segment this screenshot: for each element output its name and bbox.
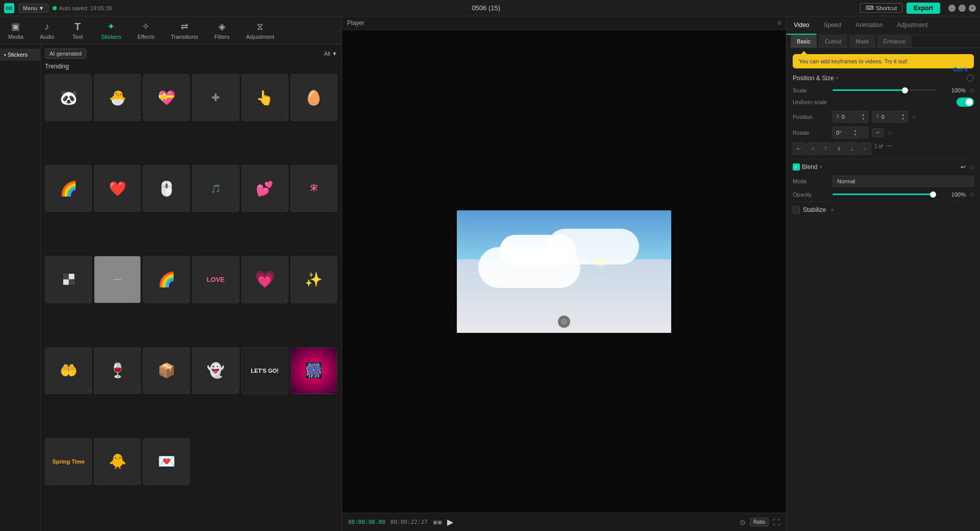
sticker-chick[interactable]: 🐣↓ [94,74,141,121]
opacity-keyframe-icon[interactable]: ◇ [970,191,974,198]
sticker-sidebar: • Stickers [0,44,41,531]
sticker-chick2[interactable]: 🐥↓ [94,438,141,485]
play-button[interactable]: ▶ [447,517,453,527]
pos-y-down[interactable]: ▼ [901,117,905,120]
sticker-hearts[interactable]: 💝↓ [143,74,190,121]
shortcut-button[interactable]: ⌨ Shortcut [860,3,902,13]
scale-keyframe-icon[interactable]: ◇ [970,87,974,93]
align-bottom-button[interactable]: ↕ [859,142,871,155]
blend-checkbox[interactable]: ✓ [793,163,800,171]
sticker-hearts2[interactable]: 💕↓ [241,165,288,212]
window-controls: ─ □ ✕ [948,5,976,12]
sticker-plus[interactable]: ✚↓ [192,74,239,121]
rotate-down[interactable]: ▼ [853,133,857,136]
tab-speed[interactable]: Speed [816,16,848,35]
align-left-button[interactable]: ⊢ [793,142,805,155]
pos-x-down[interactable]: ▼ [862,117,865,120]
tool-stickers[interactable]: ✦ Stickers [93,18,129,42]
stickers-label: Stickers [101,34,121,40]
got-it-button[interactable]: Got it [953,66,968,73]
filter-button[interactable]: All ▼ [324,51,337,57]
sticker-rainbow-heart[interactable]: 🌈↓ [45,165,92,212]
tab-video[interactable]: Video [787,16,816,35]
stabilize-checkbox[interactable] [793,206,800,213]
ai-generated-button[interactable]: AI generated [45,49,86,59]
sticker-letsgo[interactable]: LET'S GO! [241,347,288,394]
sticker-pattern[interactable]: ⬛⬜⬜⬛↓ [45,256,92,303]
adjustment-icon: ⧖ [257,20,263,33]
sticker-fireworks[interactable]: 🎆↓ [290,347,337,394]
sticker-package[interactable]: 📦↓ [143,347,190,394]
sticker-pink-heart[interactable]: 💗↓ [241,256,288,303]
tool-media[interactable]: ▣ Media [0,18,32,42]
sticker-sparkles[interactable]: ✨↓ [290,256,337,303]
pos-x-up[interactable]: ▲ [862,113,865,116]
align-top-button[interactable]: Ⅱ [832,142,845,155]
position-x-field[interactable]: X ▲ ▼ [832,111,868,123]
sidebar-item-stickers[interactable]: • Stickers [0,49,40,61]
position-x-input[interactable] [842,114,860,120]
scale-slider[interactable] [832,89,936,91]
sticker-heart-hands[interactable]: 🤲↓ [45,347,92,394]
subtab-mask[interactable]: Mask [849,35,875,47]
blend-undo-icon[interactable]: ↩ [961,163,966,171]
sticker-rainbow2[interactable]: 🌈↓ [143,256,190,303]
video-settings-icon[interactable]: ⚙ [558,316,570,328]
tool-transitions[interactable]: ⇌ Transitions [163,18,206,42]
sticker-love-text[interactable]: LOVE↓ [192,256,239,303]
tab-animation[interactable]: Animation [848,16,890,35]
tool-text[interactable]: T Text [62,18,93,42]
sticker-red-hearts[interactable]: ❤️↓ [94,165,141,212]
subtab-enhance[interactable]: Enhance [877,35,912,47]
position-y-input[interactable] [881,114,899,120]
sticker-ribbon[interactable]: ──↓ [94,256,141,303]
transitions-label: Transitions [171,34,198,40]
position-y-field[interactable]: Y ▲ ▼ [872,111,908,123]
fullscreen-icon[interactable]: ⛶ [773,518,780,526]
keyframe-add-icon[interactable] [967,75,974,82]
tool-adjustment[interactable]: ⧖ Adjustment [238,18,282,42]
sticker-music-wave[interactable]: 🎵↓ [192,165,239,212]
rotate-up[interactable]: ▲ [853,129,857,132]
rotate-input[interactable] [836,130,851,136]
rotate-field[interactable]: ▲ ▼ [832,127,868,138]
blend-keyframe-icon[interactable]: ◇ [970,164,974,171]
maximize-button[interactable]: □ [959,5,966,12]
menu-button[interactable]: Menu ▼ [18,4,48,13]
close-button[interactable]: ✕ [969,5,976,12]
rotate-keyframe-icon[interactable]: ◇ [888,129,892,136]
align-right-button[interactable]: ⊤ [819,142,831,155]
player-menu-icon[interactable]: ≡ [777,19,781,27]
blend-mode-select[interactable]: Normal [832,176,974,187]
sticker-egg[interactable]: 🥚↓ [290,74,337,121]
subtab-cutout[interactable]: Cutout [819,35,847,47]
tab-adjustment[interactable]: Adjustment [890,16,935,35]
subtab-basic[interactable]: Basic [791,35,817,47]
position-keyframe-icon[interactable]: ◇ [912,113,916,120]
export-button[interactable]: Export [906,3,940,14]
sticker-springtime[interactable]: Spring Time [45,438,92,485]
rotate-reset-button[interactable]: ↩ [872,128,884,137]
opacity-slider[interactable] [832,194,936,195]
tool-filters[interactable]: ◈ Filters [206,18,238,42]
player-label: Player [347,19,364,27]
minimize-button[interactable]: ─ [948,5,955,12]
sticker-love-letter[interactable]: 💌↓ [143,438,190,485]
tool-audio[interactable]: ♪ Audio [32,18,62,42]
sticker-songkran[interactable]: 宋 [290,165,337,212]
sticker-cursor[interactable]: 🖱️↓ [143,165,190,212]
sticker-hand[interactable]: 👆↓ [241,74,288,121]
toolbar: ▣ Media ♪ Audio T Text ✦ Stickers ✧ Effe… [0,16,341,44]
sticker-panel: • Stickers AI generated All ▼ Trending 🐼… [0,44,341,531]
align-info: 1 of [872,142,885,155]
sticker-wine[interactable]: 🍷↓ [94,347,141,394]
ratio-button[interactable]: Ratio [750,518,769,526]
fit-screen-icon[interactable]: ⊙ [740,518,746,526]
pos-y-up[interactable]: ▲ [901,113,905,116]
tool-effects[interactable]: ✧ Effects [129,18,162,42]
align-center-h-button[interactable]: ⊣ [806,142,818,155]
align-center-v-button[interactable]: ⊥ [846,142,858,155]
uniform-scale-toggle[interactable] [957,98,974,107]
sticker-panda[interactable]: 🐼↓ [45,74,92,121]
sticker-ghost[interactable]: 👻↓ [192,347,239,394]
